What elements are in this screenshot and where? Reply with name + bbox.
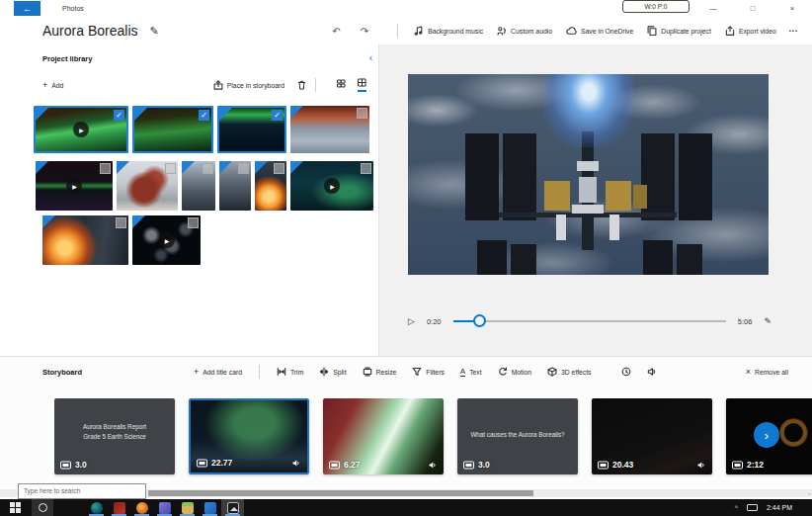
- annotation-badge: W:0 P:0: [622, 0, 690, 13]
- library-thumbnail[interactable]: ▶: [290, 161, 373, 211]
- library-thumbnail[interactable]: ✓: [217, 106, 286, 153]
- taskbar-search-input[interactable]: Type here to search: [18, 483, 146, 499]
- library-thumbnail[interactable]: [42, 215, 128, 265]
- custom-audio-button[interactable]: Custom audio: [497, 26, 552, 36]
- library-thumbnail[interactable]: [117, 161, 178, 211]
- scrollbar-arrow-right[interactable]: ›: [808, 489, 810, 497]
- checkbox-checked[interactable]: ✓: [114, 110, 124, 121]
- library-thumbnail[interactable]: [219, 161, 251, 211]
- photos-app-window: ← Photos W:0 P:0 — □ × Aurora Borealis ✎…: [0, 0, 812, 516]
- storyboard-clip-title-card[interactable]: Aurora Borealis Report Grade 5 Earth Sci…: [54, 398, 175, 474]
- clip-audio-indicator[interactable]: [291, 459, 301, 468]
- taskbar-app-red[interactable]: [108, 499, 130, 516]
- checkbox-checked[interactable]: ✓: [199, 110, 209, 121]
- library-thumbnail[interactable]: ▶: [36, 161, 113, 211]
- play-glyph: ▶: [165, 237, 170, 244]
- play-icon[interactable]: ▶: [73, 122, 89, 137]
- resize-button[interactable]: Resize: [363, 367, 397, 377]
- delete-media-button[interactable]: [297, 80, 306, 90]
- storyboard-clip-selected[interactable]: 22.77: [189, 398, 309, 474]
- add-media-button[interactable]: + Add: [42, 80, 63, 90]
- maximize-button[interactable]: □: [733, 0, 772, 17]
- remove-all-button[interactable]: × Remove all: [746, 367, 788, 377]
- checkbox-unchecked[interactable]: [361, 163, 371, 174]
- add-title-card-button[interactable]: + Add title card: [194, 367, 242, 377]
- split-button[interactable]: Split: [319, 367, 346, 377]
- checkbox-unchecked[interactable]: [188, 217, 199, 228]
- library-thumbnail[interactable]: ▶ ✓: [34, 106, 128, 153]
- volume-button[interactable]: [647, 367, 657, 377]
- place-in-storyboard-icon: [213, 80, 223, 90]
- close-button[interactable]: ×: [772, 0, 812, 17]
- storyboard-clip[interactable]: 6.27: [323, 398, 444, 474]
- checkbox-unchecked[interactable]: [116, 217, 126, 228]
- place-in-storyboard-button[interactable]: Place in storyboard: [213, 80, 284, 90]
- speaker-icon: [291, 459, 301, 468]
- library-thumbnail[interactable]: ✓: [132, 106, 213, 153]
- scroll-next-button[interactable]: ›: [754, 422, 779, 448]
- taskbar-app-photos-active[interactable]: [221, 499, 244, 516]
- save-onedrive-button[interactable]: Save in OneDrive: [566, 26, 633, 36]
- storyboard-clip[interactable]: 20.43: [592, 398, 712, 474]
- keyboard-tray-icon[interactable]: [747, 504, 758, 511]
- video-preview[interactable]: [408, 74, 769, 275]
- pencil-icon: ✎: [150, 25, 159, 37]
- divider: [315, 78, 316, 92]
- current-time: 0:20: [427, 317, 442, 326]
- main-area: Project library ‹ + Add Place in storybo…: [0, 44, 812, 356]
- checkbox-unchecked[interactable]: [203, 163, 213, 174]
- taskbar-app-folder[interactable]: [176, 499, 199, 516]
- storyboard-clip-title-card[interactable]: What causes the Aurora Borealis? 3.0: [457, 398, 578, 474]
- checkbox-unchecked[interactable]: [100, 163, 111, 174]
- undo-button[interactable]: ↶: [332, 26, 340, 37]
- slider-handle[interactable]: [473, 314, 486, 327]
- checkbox-unchecked[interactable]: [238, 163, 249, 174]
- show-hidden-icons-button[interactable]: ^: [735, 504, 738, 511]
- library-thumbnail[interactable]: ▶: [132, 215, 201, 265]
- play-icon[interactable]: ▶: [159, 232, 175, 248]
- clip-audio-indicator[interactable]: [428, 461, 438, 470]
- library-thumbnail[interactable]: [290, 106, 369, 153]
- button-label: Add title card: [203, 369, 242, 376]
- play-icon[interactable]: ▶: [66, 178, 82, 194]
- play-icon[interactable]: ▶: [324, 178, 340, 194]
- taskbar-app-edge[interactable]: [85, 499, 108, 516]
- duplicate-project-button[interactable]: Duplicate project: [647, 26, 711, 36]
- motion-button[interactable]: Motion: [498, 367, 531, 377]
- rename-project-button[interactable]: ✎: [150, 25, 159, 38]
- checkbox-checked[interactable]: ✓: [272, 110, 283, 121]
- play-button[interactable]: ▷: [408, 316, 415, 326]
- background-music-button[interactable]: Background music: [414, 26, 483, 36]
- back-arrow-icon: ←: [23, 4, 32, 14]
- more-options-button[interactable]: •••: [789, 28, 798, 34]
- taskbar-app-blue[interactable]: [199, 499, 221, 516]
- small-grid-view-button[interactable]: [337, 79, 346, 91]
- filters-button[interactable]: Filters: [412, 367, 445, 377]
- clip-audio-indicator[interactable]: [696, 461, 706, 470]
- minimize-button[interactable]: —: [693, 0, 733, 17]
- scrollbar-thumb[interactable]: [148, 490, 533, 496]
- checkbox-unchecked[interactable]: [357, 108, 367, 119]
- taskbar-clock[interactable]: 2:44 PM: [767, 504, 792, 511]
- trim-button[interactable]: Trim: [277, 367, 303, 377]
- seek-slider[interactable]: [453, 314, 726, 328]
- 3d-effects-button[interactable]: 3D effects: [547, 367, 591, 377]
- start-button[interactable]: [10, 502, 22, 514]
- library-thumbnail[interactable]: [255, 161, 286, 211]
- export-video-button[interactable]: Export video: [725, 26, 776, 36]
- speed-button[interactable]: [621, 367, 631, 377]
- redo-button[interactable]: ↷: [361, 26, 368, 37]
- checkbox-unchecked[interactable]: [165, 163, 176, 174]
- checkbox-unchecked[interactable]: [274, 163, 284, 174]
- edit-duration-button[interactable]: ✎: [764, 316, 771, 326]
- play-glyph: ▶: [79, 127, 84, 133]
- taskbar-app-purple[interactable]: [153, 499, 176, 516]
- text-button[interactable]: A Text: [460, 368, 482, 377]
- collapse-library-button[interactable]: ‹: [369, 52, 372, 63]
- back-button[interactable]: ←: [14, 1, 41, 16]
- clip-duration-icon: [197, 459, 207, 468]
- library-thumbnail[interactable]: [182, 161, 215, 211]
- large-grid-view-button[interactable]: [358, 78, 366, 92]
- taskbar-app-firefox[interactable]: [130, 499, 153, 516]
- search-button[interactable]: [32, 499, 53, 516]
